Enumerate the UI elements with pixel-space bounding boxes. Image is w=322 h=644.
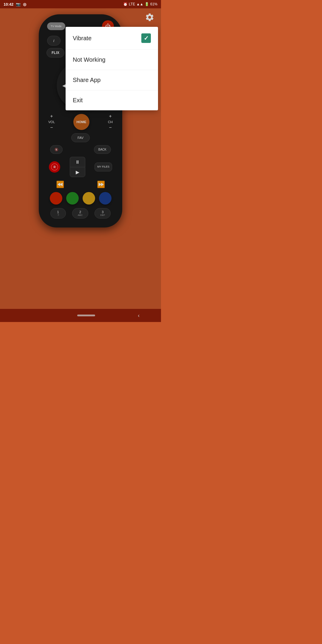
vpn-icon: ◎ — [23, 2, 26, 7]
fast-forward-button[interactable]: ⏩ — [97, 181, 105, 188]
pause-button[interactable]: ⏸ — [70, 157, 85, 167]
nav-back-button[interactable]: ‹ — [138, 312, 140, 319]
pause-play-group: ⏸ ▶ — [70, 157, 85, 177]
vol-control: + VOL − — [48, 114, 55, 130]
record-icon: R — [51, 163, 58, 171]
play-button[interactable]: ▶ — [70, 167, 85, 177]
record-button[interactable]: R — [49, 161, 60, 173]
number-row: 1·? 2ABC 3DEF — [44, 208, 117, 219]
fav-button[interactable]: FAV — [71, 133, 90, 142]
menu-item-vibrate[interactable]: Vibrate — [66, 27, 158, 50]
menu-item-share-app[interactable]: Share App — [66, 70, 158, 90]
back-button[interactable]: BACK — [94, 145, 111, 154]
flix-button[interactable]: FLIX — [47, 48, 64, 58]
green-button[interactable] — [66, 192, 79, 205]
gear-icon — [145, 13, 154, 22]
navigation-bar: ‹ — [0, 309, 161, 322]
yellow-button[interactable] — [83, 192, 95, 205]
dropdown-menu: Vibrate Not Working Share App Exit — [66, 27, 158, 110]
rew-ff-row: ⏪ ⏩ — [44, 181, 117, 188]
fav-row: FAV — [44, 133, 117, 142]
ch-control: + CH − — [108, 114, 113, 130]
num2-button[interactable]: 2ABC — [72, 208, 88, 219]
mute-icon: 🔇 — [55, 148, 58, 151]
status-bar: 10:42 📷 ◎ ⏰ LTE ▲▲ 🔋 61% — [0, 0, 161, 8]
home-pill[interactable] — [77, 315, 95, 316]
menu-item-not-working[interactable]: Not Working — [66, 50, 158, 70]
status-right: ⏰ LTE ▲▲ 🔋 61% — [123, 2, 157, 6]
signal-icon: ▲▲ — [136, 2, 143, 6]
not-working-label: Not Working — [73, 56, 106, 63]
vol-down-button[interactable]: − — [50, 125, 53, 130]
rewind-button[interactable]: ⏪ — [56, 181, 64, 188]
red-button[interactable] — [50, 192, 62, 205]
color-buttons-row — [44, 192, 117, 205]
alarm-icon: ⏰ — [123, 2, 128, 6]
num1-button[interactable]: 1·? — [50, 208, 66, 219]
time-display: 10:42 — [4, 2, 13, 7]
myfiles-button[interactable]: MY FILES — [95, 162, 112, 171]
blue-button[interactable] — [99, 192, 112, 205]
info-button[interactable]: i — [47, 36, 61, 46]
vibrate-checkbox[interactable] — [141, 33, 151, 43]
menu-item-exit[interactable]: Exit — [66, 90, 158, 110]
status-left: 10:42 📷 ◎ — [4, 2, 26, 7]
ch-label: CH — [108, 120, 113, 124]
vol-up-button[interactable]: + — [50, 114, 53, 119]
vibrate-label: Vibrate — [73, 35, 92, 42]
battery-icon: 🔋 — [145, 2, 149, 6]
ch-up-button[interactable]: + — [109, 114, 112, 119]
home-button[interactable]: HOME — [73, 114, 89, 130]
share-app-label: Share App — [73, 77, 100, 83]
num3-button[interactable]: 3DEF — [95, 208, 111, 219]
media-row: R ⏸ ▶ MY FILES — [44, 157, 117, 177]
lte-label: LTE — [129, 2, 135, 6]
mute-back-row: 🔇 BACK — [44, 145, 117, 154]
ch-down-button[interactable]: − — [109, 125, 112, 130]
instagram-icon: 📷 — [16, 2, 21, 7]
vol-label: VOL — [48, 120, 55, 124]
tv-mode-button[interactable]: TV Mode — [47, 22, 65, 30]
mute-button[interactable]: 🔇 — [50, 145, 63, 154]
exit-label: Exit — [73, 97, 83, 104]
settings-button[interactable] — [143, 11, 156, 24]
battery-percent: 61% — [150, 2, 157, 6]
vol-ch-row: + VOL − HOME + CH − — [44, 114, 117, 130]
